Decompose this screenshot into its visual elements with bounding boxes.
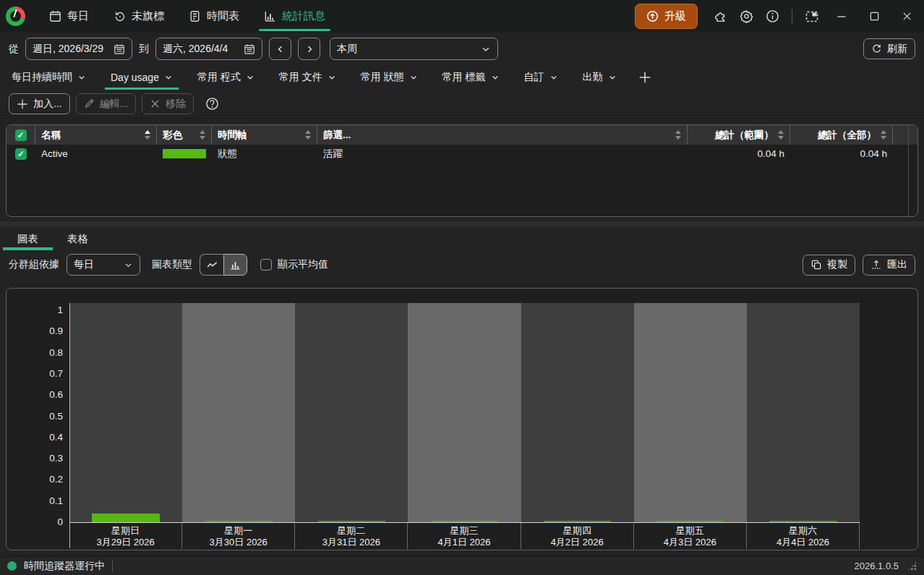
titlebar: 每日 未旗標 時間表 統計訊息 升級 (0, 0, 924, 33)
chart-column (182, 303, 295, 522)
stat-tab-top-files[interactable]: 常用 文件 (270, 65, 345, 90)
copy-button[interactable]: 複製 (803, 255, 855, 276)
unflagged-icon (114, 10, 126, 22)
chart-panel: 00.10.20.30.40.50.60.70.80.91 星期日3月29日 2… (6, 288, 918, 550)
table-row[interactable]: Active 狀態 活躍 0.04 h 0.04 h (7, 145, 917, 163)
table-scrollbar[interactable] (908, 125, 917, 145)
bar-chart-type-button[interactable] (223, 254, 247, 276)
extensions-puzzle-icon[interactable] (714, 9, 727, 23)
status-separator (112, 561, 113, 572)
upgrade-button[interactable]: 升級 (635, 4, 698, 29)
chevron-down-icon (491, 73, 500, 82)
stat-tabs-bar: 每日持續時間 Day usage 常用 程式 常用 文件 常用 狀態 常用 標籤… (0, 65, 924, 90)
chevron-down-icon (608, 73, 617, 82)
export-button[interactable]: 匯出 (863, 255, 915, 276)
calendar-icon[interactable] (244, 43, 255, 55)
edit-series-button[interactable]: 編輯... (76, 93, 137, 114)
y-tick-label: 0.4 (11, 432, 63, 443)
view-tab-table[interactable]: 表格 (53, 227, 103, 250)
stat-tab-label: 常用 程式 (197, 71, 241, 84)
sort-indicator[interactable] (675, 130, 681, 140)
checkbox-checked-icon[interactable] (15, 148, 27, 160)
to-label: 到 (139, 43, 149, 56)
stat-tab-top-tags[interactable]: 常用 標籤 (434, 65, 508, 90)
y-tick-label: 0 (11, 516, 63, 527)
layout-mode-icon[interactable] (805, 9, 819, 24)
show-average-option[interactable]: 顯示平均值 (260, 258, 328, 271)
add-stat-tab-button[interactable] (633, 65, 657, 90)
column-header-timeline[interactable]: 時間軸 (212, 125, 317, 145)
info-icon[interactable] (766, 9, 779, 23)
column-header-total-all[interactable]: 總計（全部） (790, 125, 893, 145)
settings-gear-icon[interactable] (740, 9, 753, 23)
select-all-checkbox-cell[interactable] (7, 125, 35, 145)
sort-indicator[interactable] (305, 130, 311, 140)
export-label: 匯出 (887, 258, 907, 271)
stat-tab-custom[interactable]: 自訂 (516, 65, 567, 90)
table-scrollbar[interactable] (908, 145, 917, 163)
date-range-bar: 從 週日, 2026/3/29 到 週六, 2026/4/4 本周 刷新 (0, 33, 924, 65)
refresh-icon (871, 43, 882, 54)
sort-indicator[interactable] (200, 130, 205, 140)
help-icon[interactable] (205, 97, 219, 111)
refresh-button[interactable]: 刷新 (863, 38, 915, 59)
remove-label: 移除 (166, 98, 186, 111)
table-scrollbar[interactable] (908, 163, 917, 216)
stat-tab-label: 常用 狀態 (361, 71, 404, 84)
group-by-select[interactable]: 每日 (67, 254, 140, 276)
chart-type-toggle (200, 254, 247, 276)
line-chart-type-button[interactable] (200, 254, 223, 276)
close-button[interactable] (897, 11, 917, 22)
chevron-down-icon (409, 73, 418, 82)
sort-indicator[interactable] (881, 130, 886, 140)
stat-tab-label: 常用 文件 (279, 71, 322, 84)
line-chart-icon (206, 259, 218, 271)
remove-series-button[interactable]: 移除 (142, 93, 194, 114)
checkbox-checked-icon[interactable] (15, 129, 27, 141)
maximize-button[interactable] (864, 11, 884, 22)
sort-indicator[interactable] (778, 130, 784, 140)
from-date-input[interactable]: 週日, 2026/3/29 (25, 38, 132, 60)
tab-statistics[interactable]: 統計訊息 (254, 0, 335, 33)
row-checkbox-cell[interactable] (7, 148, 35, 160)
x-axis-labels: 星期日3月29日 2026星期一3月30日 2026星期二3月31日 2026星… (69, 523, 860, 549)
group-by-value: 每日 (74, 258, 94, 271)
x-tick-label: 星期六4月4日 2026 (747, 523, 860, 549)
next-period-button[interactable] (298, 38, 320, 60)
minimize-button[interactable] (831, 11, 852, 22)
checkbox-unchecked-icon[interactable] (260, 259, 272, 271)
tab-daily[interactable]: 每日 (40, 0, 98, 33)
x-tick-label: 星期日3月29日 2026 (69, 523, 182, 549)
add-series-button[interactable]: 加入... (9, 93, 70, 114)
view-tab-chart[interactable]: 圖表 (3, 227, 53, 250)
column-label: 總計（全部） (796, 129, 876, 142)
tracker-status-dot-icon (7, 561, 17, 571)
calendar-icon[interactable] (114, 43, 125, 55)
resize-grip[interactable] (907, 561, 917, 571)
stat-tab-attendance[interactable]: 出勤 (574, 65, 625, 90)
prev-period-button[interactable] (269, 38, 291, 60)
stat-tab-day-usage[interactable]: Day usage (102, 65, 181, 90)
stat-tab-top-states[interactable]: 常用 狀態 (352, 65, 427, 90)
panel-splitter[interactable] (0, 221, 924, 227)
chart-type-label: 圖表類型 (152, 258, 192, 271)
stat-tab-daily-duration[interactable]: 每日持續時間 (3, 65, 95, 90)
chevron-down-icon (481, 44, 491, 54)
stat-tab-top-apps[interactable]: 常用 程式 (189, 65, 263, 90)
to-date-value: 週六, 2026/4/4 (163, 43, 228, 56)
tab-timesheet[interactable]: 時間表 (179, 0, 249, 33)
app-logo-icon (6, 7, 25, 26)
x-tick-label: 星期二3月31日 2026 (295, 523, 408, 549)
column-header-color[interactable]: 彩色 (157, 125, 212, 145)
period-preset-select[interactable]: 本周 (330, 38, 498, 60)
stat-tab-label: 常用 標籤 (442, 71, 486, 84)
tab-timesheet-label: 時間表 (207, 9, 239, 23)
sort-indicator-asc[interactable] (145, 130, 150, 140)
column-header-name[interactable]: 名稱 (35, 125, 157, 145)
color-swatch (163, 149, 206, 158)
to-date-input[interactable]: 週六, 2026/4/4 (155, 38, 262, 60)
chevron-down-icon (124, 260, 133, 270)
tab-unflagged[interactable]: 未旗標 (104, 0, 174, 33)
column-header-filter[interactable]: 篩選... (317, 125, 688, 145)
column-header-total-range[interactable]: 總計（範圍） (688, 125, 790, 145)
